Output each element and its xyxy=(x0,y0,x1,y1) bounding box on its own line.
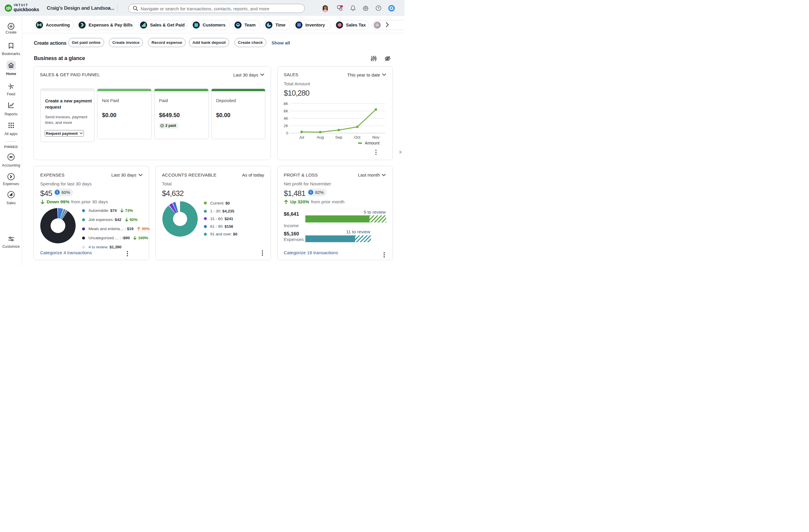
svg-text:Aug: Aug xyxy=(316,135,324,139)
svg-text:Sep: Sep xyxy=(335,135,342,139)
svg-text:0: 0 xyxy=(286,131,288,135)
svg-text:4K: 4K xyxy=(283,116,288,120)
svg-text:?: ? xyxy=(377,6,379,10)
svg-text:6K: 6K xyxy=(283,108,288,113)
svg-text:Jul: Jul xyxy=(299,135,304,139)
svg-text:Oct: Oct xyxy=(354,135,360,139)
svg-text:2K: 2K xyxy=(283,123,288,128)
svg-text:Nov: Nov xyxy=(372,135,379,139)
svg-text:8K: 8K xyxy=(283,101,288,106)
